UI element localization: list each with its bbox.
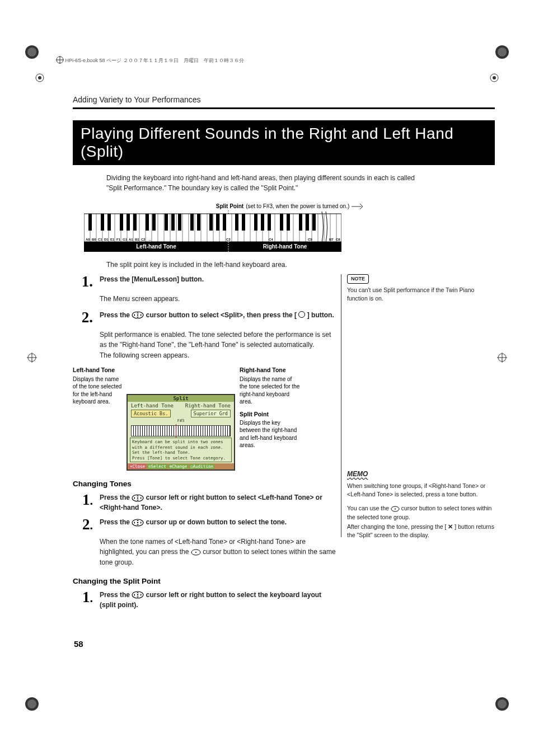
svg-rect-54: [197, 214, 200, 231]
note-label: NOTE: [347, 274, 369, 284]
crop-mark-icon: [494, 696, 510, 712]
manual-page: HPi-6S-e.book 58 ページ ２００７年１１月１９日 月曜日 午前１…: [0, 0, 534, 756]
note-block: NOTE You can't use Split performance if …: [347, 274, 495, 303]
intro-text: Dividing the keyboard into right-hand an…: [106, 173, 422, 193]
svg-rect-44: [107, 214, 111, 231]
memo-block: MEMO When switching tone groups, if <Rig…: [347, 469, 495, 539]
svg-rect-59: [242, 214, 245, 231]
annot-split-point-text: Displays the key between the right-hand …: [240, 419, 301, 449]
svg-rect-67: [312, 214, 316, 231]
reg-mark-icon: [489, 73, 499, 83]
changing-tones-step-2-sub: When the tone names of <Left-hand Tone> …: [100, 537, 336, 568]
cursor-dpad-icon: [191, 549, 201, 556]
svg-rect-55: [209, 214, 213, 231]
svg-point-12: [38, 76, 41, 79]
keyboard-figure: A0B0 C1D1 E1F1 G1A1 B1C2 ... C3 C4 C5 B7…: [84, 210, 341, 252]
svg-text:G1: G1: [123, 238, 128, 241]
cursor-dpad-icon: [132, 591, 144, 599]
changing-tones-step-2: 2. Press the cursor up or down button to…: [73, 517, 336, 532]
page-title: Playing Different Sounds in the Right an…: [73, 120, 495, 165]
svg-point-10: [498, 699, 507, 708]
lcd-right-label: Right-hand Tone: [185, 403, 231, 408]
breadcrumb: Adding Variety to Your Performances: [73, 95, 495, 104]
svg-text:A0: A0: [86, 238, 90, 241]
svg-rect-47: [133, 214, 137, 231]
step-number: 1.: [73, 274, 93, 289]
svg-point-121: [137, 594, 138, 595]
svg-point-4: [27, 48, 36, 57]
svg-rect-49: [152, 214, 156, 231]
step-number: 2.: [73, 310, 93, 325]
svg-rect-62: [268, 214, 271, 231]
memo-p1: When switching tone groups, if <Right-ha…: [347, 482, 495, 499]
svg-text:C3: C3: [226, 238, 231, 241]
svg-rect-60: [254, 214, 257, 231]
svg-rect-45: [120, 214, 123, 231]
pointer-icon: [352, 204, 363, 209]
svg-point-6: [498, 48, 507, 57]
svg-point-115: [137, 497, 138, 499]
circle-button-icon: [298, 311, 305, 318]
svg-rect-53: [190, 214, 194, 231]
memo-p2: You can use the cursor button to select …: [347, 504, 495, 521]
split-point-caption: Split Point (set to F#3, when the power …: [84, 203, 495, 209]
annot-split-point-heading: Split Point: [240, 410, 301, 418]
svg-point-113: [137, 314, 138, 316]
crop-mark-icon: [24, 44, 40, 60]
memo-p3: After changing the tone, pressing the [ …: [347, 523, 495, 539]
svg-text:B1: B1: [135, 238, 139, 241]
split-point-bold: Split Point: [216, 203, 243, 209]
crop-mark-icon: [24, 696, 40, 712]
keyboard-diagram: Split Point (set to F#3, when the power …: [84, 203, 495, 252]
split-point-rest: (set to F#3, when the power is turned on…: [246, 203, 349, 209]
svg-point-17: [493, 76, 496, 79]
step-1-sub: The Menu screen appears.: [100, 294, 336, 304]
cursor-dpad-icon: [391, 506, 400, 512]
lcd-message: Keyboard can be split into two zones wit…: [130, 438, 232, 462]
lcd-left-tone: Acoustic Bs.: [131, 410, 171, 417]
crop-mark-icon: [494, 44, 510, 60]
annot-left-heading: Left-hand Tone: [73, 366, 122, 374]
lcd-softkeys: ×Close ⊙Select ⊕Change ○Audition: [128, 463, 234, 469]
annot-right-tone-text: Displays the name of the tone selected f…: [240, 375, 301, 406]
step-number: 2.: [73, 517, 93, 532]
svg-text:F1: F1: [116, 238, 121, 241]
changing-tones-step-1: 1. Press the cursor left or right button…: [73, 492, 336, 513]
reg-mark-icon: [35, 73, 45, 83]
svg-text:A1: A1: [129, 238, 133, 241]
step-number: 1.: [73, 590, 93, 605]
annot-right-tone-heading: Right-hand Tone: [240, 366, 301, 374]
svg-rect-51: [171, 214, 175, 231]
reg-mark-icon: [27, 353, 37, 363]
lcd-mini-keyboard-icon: [131, 425, 231, 436]
side-column: NOTE You can't use Split performance if …: [341, 274, 495, 537]
svg-text:D1: D1: [104, 238, 109, 241]
right-zone-label: Right-hand Tone: [263, 243, 307, 250]
svg-text:B0: B0: [92, 238, 96, 241]
svg-rect-48: [146, 214, 149, 231]
svg-point-117: [137, 522, 138, 523]
main-column: 1. Press the [Menu/Lesson] button. The M…: [73, 274, 336, 614]
svg-rect-56: [216, 214, 219, 231]
page-number: 58: [74, 639, 83, 649]
memo-label: MEMO: [347, 469, 368, 479]
changing-split-step-1: 1. Press the cursor left or right button…: [73, 590, 336, 610]
svg-text:C2: C2: [141, 238, 146, 241]
svg-point-119: [195, 552, 196, 553]
svg-text:...: ...: [148, 238, 151, 241]
lcd-title: Split: [128, 395, 234, 402]
changing-split-heading: Changing the Split Point: [73, 577, 336, 585]
svg-rect-50: [165, 214, 168, 231]
annot-right: Right-hand Tone Displays the name of the…: [240, 366, 301, 471]
svg-rect-66: [306, 214, 309, 231]
svg-point-8: [27, 699, 36, 708]
reg-mark-icon: [497, 353, 507, 363]
lcd-split-point-value: F#3: [128, 419, 234, 423]
step-1: 1. Press the [Menu/Lesson] button.: [73, 274, 336, 289]
after-fig-text: The split point key is included in the l…: [106, 261, 495, 269]
step-2-sub: Split performance is enabled. The tone s…: [100, 330, 336, 361]
cursor-dpad-icon: [132, 494, 144, 502]
svg-text:E1: E1: [110, 238, 115, 241]
lcd-right-tone: Superior Grd: [191, 410, 231, 417]
cursor-dpad-icon: [132, 311, 144, 319]
